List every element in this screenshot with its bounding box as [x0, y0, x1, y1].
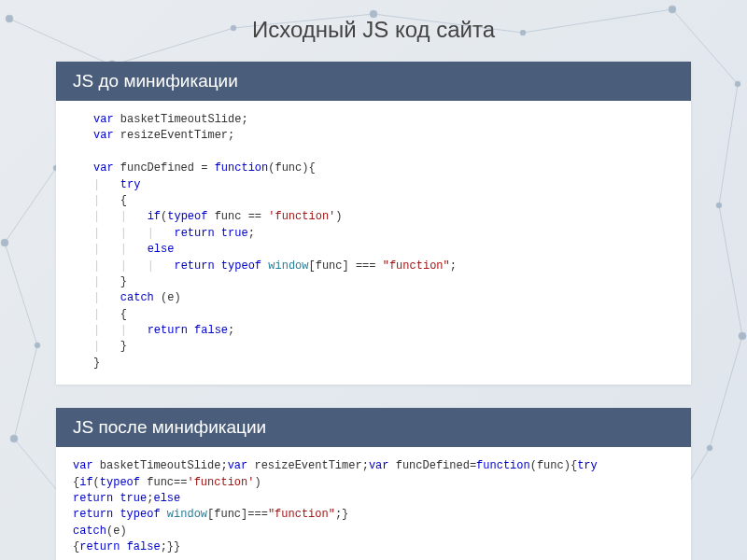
panel-header-before: JS до минификации: [56, 62, 691, 101]
code-before: var basketTimeoutSlide; var resizeEventT…: [56, 101, 691, 385]
panel-before-minification: JS до минификации var basketTimeoutSlide…: [56, 62, 691, 385]
code-after: var basketTimeoutSlide;var resizeEventTi…: [56, 447, 691, 560]
page-title: Исходный JS код сайта: [56, 17, 691, 43]
panel-after-minification: JS после минификации var basketTimeoutSl…: [56, 408, 691, 560]
panel-header-after: JS после минификации: [56, 408, 691, 447]
